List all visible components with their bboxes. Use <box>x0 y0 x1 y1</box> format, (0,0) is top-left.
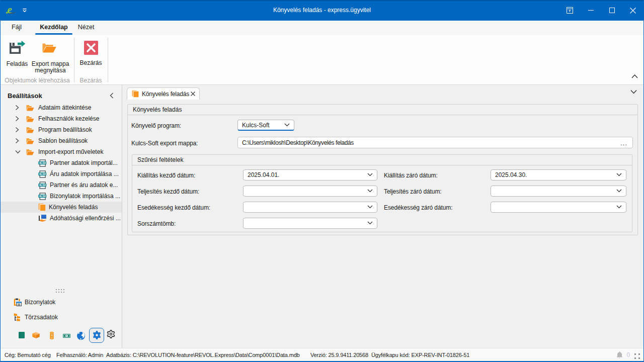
svg-text:XLSX: XLSX <box>39 161 46 164</box>
svg-text:e: e <box>8 6 12 15</box>
svg-text:XLSX: XLSX <box>39 172 46 175</box>
svg-text:XLSX: XLSX <box>39 195 46 198</box>
svg-text:XLSX: XLSX <box>39 184 46 187</box>
